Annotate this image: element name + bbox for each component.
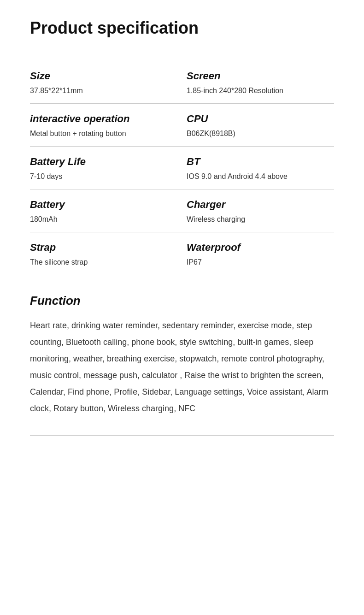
- spec-cell-3: CPUB06ZK(8918B): [182, 104, 334, 147]
- spec-label-9: Waterproof: [187, 242, 334, 254]
- spec-value-9: IP67: [187, 258, 334, 266]
- spec-label-8: Strap: [30, 242, 168, 254]
- spec-label-2: interactive operation: [30, 113, 168, 125]
- spec-label-7: Charger: [187, 199, 334, 211]
- spec-value-8: The silicone strap: [30, 258, 168, 266]
- function-section: Function Heart rate, drinking water remi…: [30, 294, 334, 417]
- bottom-divider: [30, 435, 334, 436]
- spec-value-2: Metal button + rotating button: [30, 130, 168, 138]
- spec-label-6: Battery: [30, 199, 168, 211]
- spec-label-3: CPU: [187, 113, 334, 125]
- spec-cell-6: Battery180mAh: [30, 189, 182, 232]
- spec-value-6: 180mAh: [30, 215, 168, 224]
- spec-cell-1: Screen1.85-inch 240*280 Resolution: [182, 61, 334, 104]
- spec-label-5: BT: [187, 156, 334, 168]
- specs-grid: Size37.85*22*11mmScreen1.85-inch 240*280…: [30, 61, 334, 275]
- spec-value-1: 1.85-inch 240*280 Resolution: [187, 87, 334, 95]
- function-label: Function: [30, 294, 334, 308]
- spec-cell-0: Size37.85*22*11mm: [30, 61, 182, 104]
- spec-cell-2: interactive operationMetal button + rota…: [30, 104, 182, 147]
- spec-value-5: IOS 9.0 and Android 4.4 above: [187, 172, 334, 181]
- spec-value-7: Wireless charging: [187, 215, 334, 224]
- spec-cell-8: StrapThe silicone strap: [30, 232, 182, 275]
- spec-cell-9: WaterproofIP67: [182, 232, 334, 275]
- spec-cell-5: BTIOS 9.0 and Android 4.4 above: [182, 147, 334, 189]
- spec-label-1: Screen: [187, 70, 334, 82]
- spec-value-3: B06ZK(8918B): [187, 130, 334, 138]
- function-value: Heart rate, drinking water reminder, sed…: [30, 317, 334, 417]
- page-title: Product specification: [30, 18, 334, 38]
- spec-value-4: 7-10 days: [30, 172, 168, 181]
- spec-value-0: 37.85*22*11mm: [30, 87, 168, 95]
- spec-label-0: Size: [30, 70, 168, 82]
- spec-cell-4: Battery Life7-10 days: [30, 147, 182, 189]
- spec-label-4: Battery Life: [30, 156, 168, 168]
- spec-cell-7: ChargerWireless charging: [182, 189, 334, 232]
